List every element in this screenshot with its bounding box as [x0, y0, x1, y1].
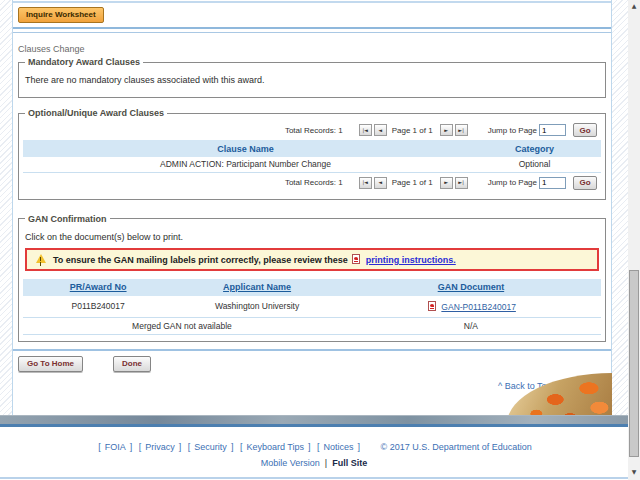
merged-gan-document-cell: N/A: [341, 318, 601, 335]
top-divider: [13, 1, 611, 3]
pagination-top: Total Records: 1 |◄ ◄ Page 1 of 1 ► ►| J…: [23, 120, 601, 140]
clauses-table: Clause Name Category ADMIN ACTION: Parti…: [23, 140, 601, 173]
printing-instructions-link[interactable]: printing instructions.: [366, 255, 456, 265]
next-page-icon[interactable]: ►: [440, 177, 453, 189]
clause-name-header: Clause Name: [23, 140, 468, 157]
pdf-icon: [428, 301, 436, 311]
gan-instruction-text: Click on the document(s) below to print.: [25, 232, 599, 242]
bracket: ]: [231, 442, 234, 452]
section-divider: [13, 27, 611, 33]
clause-name-cell: ADMIN ACTION: Participant Number Change: [23, 157, 468, 172]
scrollbar-thumb[interactable]: [629, 270, 639, 457]
optional-clauses-fieldset: Optional/Unique Award Clauses Total Reco…: [18, 108, 606, 200]
bracket: [: [240, 442, 243, 452]
gan-document-header[interactable]: GAN Document: [438, 282, 505, 292]
vertical-scrollbar[interactable]: ▲ ▼: [628, 0, 640, 480]
bottom-divider: [13, 349, 611, 351]
warning-text: To ensure the GAN mailing labels print c…: [53, 255, 348, 265]
pagination-bottom: Total Records: 1 |◄ ◄ Page 1 of 1 ► ►| J…: [23, 173, 601, 193]
page-margin-left: [0, 0, 12, 415]
mandatory-clauses-legend: Mandatory Award Clauses: [25, 57, 143, 67]
footer-photo-strip: [0, 415, 628, 424]
go-button[interactable]: Go: [573, 123, 597, 137]
bracket: ]: [130, 442, 133, 452]
footer-site-toggle: Mobile Version|Full Site: [0, 458, 628, 468]
warning-icon: [36, 254, 46, 263]
last-page-icon[interactable]: ►|: [455, 177, 468, 189]
gan-document-cell: GAN-P011B240017: [341, 296, 601, 318]
printing-warning-banner: To ensure the GAN mailing labels print c…: [25, 248, 599, 271]
inquire-worksheet-button[interactable]: Inquire Worksheet: [18, 7, 104, 23]
done-button[interactable]: Done: [113, 356, 151, 372]
applicant-name-cell: Washington University: [173, 296, 341, 318]
gan-confirmation-legend: GAN Confirmation: [25, 214, 110, 224]
prev-page-icon[interactable]: ◄: [374, 124, 387, 136]
mobile-version-link[interactable]: Mobile Version: [261, 458, 320, 468]
go-button[interactable]: Go: [573, 176, 597, 190]
jump-to-page-label: Jump to Page: [488, 126, 537, 135]
total-records-label: Total Records: 1: [285, 126, 343, 135]
gan-documents-table: PR/Award No Applicant Name GAN Document …: [23, 279, 601, 336]
applicant-name-header[interactable]: Applicant Name: [223, 282, 291, 292]
gan-confirmation-fieldset: GAN Confirmation Click on the document(s…: [18, 214, 606, 343]
table-row: P011B240017 Washington University GAN-P0…: [23, 296, 601, 318]
pdf-icon: [352, 254, 360, 264]
full-site-label: Full Site: [332, 458, 367, 468]
footer-link-foia[interactable]: FOIA: [105, 442, 126, 452]
next-page-icon[interactable]: ►: [440, 124, 453, 136]
page-margin-right: [612, 0, 628, 415]
total-records-label: Total Records: 1: [285, 178, 343, 187]
mandatory-clauses-fieldset: Mandatory Award Clauses There are no man…: [18, 57, 606, 98]
category-header: Category: [468, 140, 601, 157]
first-page-icon[interactable]: |◄: [359, 177, 372, 189]
footer-bottom-divider: [0, 477, 628, 479]
optional-clauses-legend: Optional/Unique Award Clauses: [25, 108, 167, 118]
content-area: Inquire Worksheet Clauses Change Mandato…: [12, 0, 612, 415]
scroll-down-icon[interactable]: ▼: [628, 468, 640, 475]
prev-page-icon[interactable]: ◄: [374, 177, 387, 189]
footer-link-privacy[interactable]: Privacy: [145, 442, 175, 452]
table-row: Merged GAN not available N/A: [23, 318, 601, 335]
last-page-icon[interactable]: ►|: [455, 124, 468, 136]
merged-gan-cell: Merged GAN not available: [23, 318, 341, 335]
bracket: [: [139, 442, 142, 452]
clauses-change-label: Clauses Change: [18, 44, 611, 54]
pr-award-no-header[interactable]: PR/Award No: [70, 282, 127, 292]
page-indicator: Page 1 of 1: [392, 126, 433, 135]
page-indicator: Page 1 of 1: [392, 178, 433, 187]
footer-separator: |: [325, 458, 327, 468]
footer-link-security[interactable]: Security: [194, 442, 227, 452]
gan-table-header-row: PR/Award No Applicant Name GAN Document: [23, 279, 601, 296]
first-page-icon[interactable]: |◄: [359, 124, 372, 136]
jump-to-page-input[interactable]: [539, 177, 566, 189]
footer: [FOIA] [Privacy] [Security] [Keyboard Ti…: [0, 427, 628, 477]
scroll-up-icon[interactable]: ▲: [628, 2, 640, 9]
bracket: [: [98, 442, 101, 452]
bracket: [: [317, 442, 320, 452]
copyright-text: © 2017 U.S. Department of Education: [381, 442, 532, 452]
pr-award-no-cell: P011B240017: [23, 296, 173, 318]
jump-to-page-input[interactable]: [539, 124, 566, 136]
bracket: [: [188, 442, 191, 452]
footer-link-keyboard-tips[interactable]: Keyboard Tips: [246, 442, 304, 452]
gan-document-link[interactable]: GAN-P011B240017: [441, 302, 516, 312]
clauses-table-header-row: Clause Name Category: [23, 140, 601, 157]
table-row: ADMIN ACTION: Participant Number Change …: [23, 157, 601, 172]
footer-link-notices[interactable]: Notices: [324, 442, 354, 452]
jump-to-page-label: Jump to Page: [488, 178, 537, 187]
footer-links-row: [FOIA] [Privacy] [Security] [Keyboard Ti…: [0, 442, 628, 452]
action-buttons: Go To Home Done: [18, 356, 611, 372]
bracket: ]: [179, 442, 182, 452]
bracket: ]: [308, 442, 311, 452]
mandatory-empty-text: There are no mandatory clauses associate…: [25, 75, 599, 85]
category-cell: Optional: [468, 157, 601, 172]
bracket: ]: [358, 442, 361, 452]
go-to-home-button[interactable]: Go To Home: [18, 356, 83, 372]
